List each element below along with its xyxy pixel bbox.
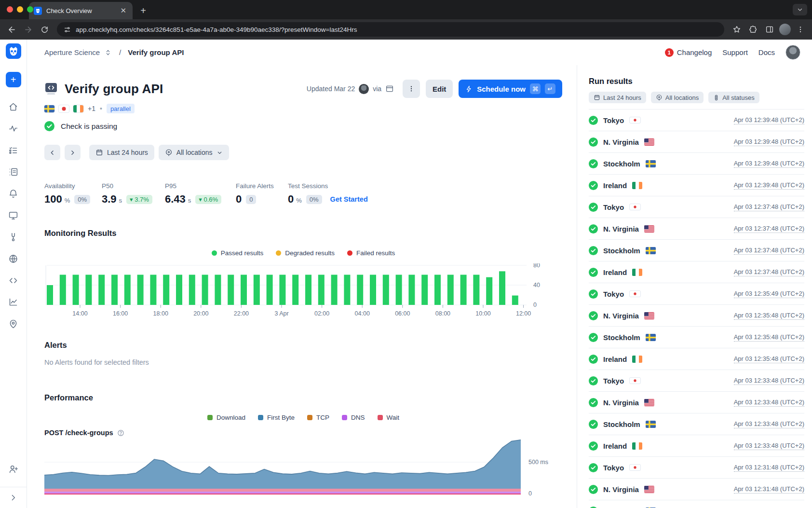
user-avatar[interactable] [785, 45, 800, 60]
run-result-row[interactable]: Stockholm Apr 03 12:33:48 (UTC+2) [589, 413, 804, 435]
reload-icon[interactable] [38, 23, 51, 36]
run-timestamp[interactable]: Apr 03 12:39:48 (UTC+2) [734, 181, 804, 190]
browser-tab[interactable]: Check Overview ✕ [29, 2, 133, 19]
run-timestamp[interactable]: Apr 03 12:31:48 (UTC+2) [734, 485, 804, 494]
collapse-sidebar-button[interactable] [0, 487, 27, 508]
private-locations-globe-icon[interactable] [8, 253, 19, 265]
browser-profile-avatar[interactable] [779, 24, 791, 35]
run-timestamp[interactable]: Apr 03 12:37:48 (UTC+2) [734, 268, 804, 276]
analytics-icon[interactable] [8, 297, 19, 308]
alerts-bell-icon[interactable] [8, 188, 19, 200]
run-result-row[interactable]: Stockholm Apr 03 12:35:48 (UTC+2) [589, 326, 804, 348]
locations-filter[interactable]: All locations [159, 145, 229, 160]
run-result-row[interactable]: N. Virginia Apr 03 12:35:48 (UTC+2) [589, 304, 804, 326]
ie-flag-icon [632, 356, 642, 363]
get-started-link[interactable]: Get Started [330, 195, 368, 203]
bookmark-star-icon[interactable] [730, 23, 744, 36]
time-range-filter[interactable]: Last 24 hours [89, 145, 154, 160]
run-timestamp[interactable]: Apr 03 12:31:48 (UTC+2) [734, 464, 804, 472]
breadcrumb-account[interactable]: Aperture Science [44, 48, 100, 56]
support-link[interactable]: Support [722, 48, 748, 56]
run-result-row[interactable]: N. Virginia Apr 03 12:31:48 (UTC+2) [589, 478, 804, 500]
url-bar[interactable]: app.checklyhq.com/checks/3264c851-e5ae-4… [57, 22, 724, 37]
run-timestamp[interactable]: Apr 03 12:39:48 (UTC+2) [734, 138, 804, 146]
browser-toolbar: app.checklyhq.com/checks/3264c851-e5ae-4… [0, 19, 812, 40]
site-settings-icon[interactable] [64, 26, 71, 33]
minimize-window-icon[interactable] [17, 6, 23, 13]
maximize-window-icon[interactable] [27, 6, 33, 13]
jp-flag-icon [632, 465, 638, 470]
invite-user-icon[interactable] [8, 464, 19, 475]
side-panel-icon[interactable] [763, 23, 776, 36]
run-timestamp[interactable]: Apr 03 12:39:48 (UTC+2) [734, 116, 804, 124]
run-result-row[interactable]: Ireland Apr 03 12:33:48 (UTC+2) [589, 435, 804, 456]
tab-close-icon[interactable]: ✕ [119, 6, 128, 15]
prev-window-button[interactable] [44, 145, 60, 160]
run-result-row[interactable]: Ireland Apr 03 12:35:48 (UTC+2) [589, 348, 804, 370]
runs-statuses-chip[interactable]: All statuses [708, 92, 759, 103]
browser-checks-icon[interactable] [8, 210, 19, 221]
run-location: Tokyo [603, 377, 624, 385]
forward-icon[interactable] [21, 23, 35, 36]
run-timestamp[interactable]: Apr 03 12:37:48 (UTC+2) [734, 225, 804, 233]
home-icon[interactable] [8, 101, 19, 113]
run-timestamp[interactable]: Apr 03 12:35:48 (UTC+2) [734, 355, 804, 363]
run-result-row[interactable]: Tokyo Apr 03 12:35:49 (UTC+2) [589, 283, 804, 304]
close-window-icon[interactable] [7, 6, 13, 13]
run-result-row[interactable]: Stockholm Apr 03 12:39:48 (UTC+2) [589, 152, 804, 174]
account-switcher-icon[interactable] [104, 48, 112, 57]
help-icon[interactable] [117, 429, 124, 437]
run-result-row[interactable]: Tokyo Apr 03 12:39:48 (UTC+2) [589, 109, 804, 131]
runs-time-chip[interactable]: Last 24 hours [589, 92, 646, 103]
activity-icon[interactable] [8, 123, 19, 135]
locations-pin-icon[interactable] [8, 318, 19, 330]
updated-info: Updated Mar 22 via [307, 84, 394, 94]
back-icon[interactable] [5, 23, 18, 36]
run-timestamp[interactable]: Apr 03 12:33:48 (UTC+2) [734, 442, 804, 450]
svg-text:3 Apr: 3 Apr [274, 310, 288, 317]
run-timestamp[interactable]: Apr 03 12:33:48 (UTC+2) [734, 420, 804, 428]
tab-search-button[interactable] [793, 4, 807, 15]
docs-link[interactable]: Docs [758, 48, 775, 56]
create-new-button[interactable]: + [6, 72, 21, 87]
run-timestamp[interactable]: Apr 03 12:39:48 (UTC+2) [734, 160, 804, 168]
next-window-button[interactable] [65, 145, 81, 160]
performance-chart[interactable]: 500 ms0 [44, 439, 549, 498]
run-result-row[interactable]: Ireland Apr 03 12:39:48 (UTC+2) [589, 174, 804, 196]
run-result-row[interactable]: N. Virginia Apr 03 12:33:48 (UTC+2) [589, 391, 804, 413]
dashboards-icon[interactable] [8, 166, 19, 178]
run-result-row[interactable]: Stockholm Apr 03 12:37:48 (UTC+2) [589, 239, 804, 261]
run-result-row[interactable]: Tokyo Apr 03 12:31:48 (UTC+2) [589, 456, 804, 478]
run-timestamp[interactable]: Apr 03 12:33:48 (UTC+2) [734, 377, 804, 385]
stat-label: P95 [165, 182, 236, 190]
run-result-row[interactable]: N. Virginia Apr 03 12:37:48 (UTC+2) [589, 218, 804, 239]
svg-text:10:00: 10:00 [475, 310, 490, 317]
checkly-logo-icon[interactable] [6, 43, 21, 59]
run-result-row[interactable]: Tokyo Apr 03 12:37:48 (UTC+2) [589, 196, 804, 218]
run-timestamp[interactable]: Apr 03 12:37:48 (UTC+2) [734, 203, 804, 211]
monitoring-results-chart[interactable]: 8040014:0016:0018:0020:0022:003 Apr02:00… [44, 263, 549, 319]
run-timestamp[interactable]: Apr 03 12:35:48 (UTC+2) [734, 333, 804, 342]
window-controls[interactable] [7, 6, 33, 13]
stat-label: Test Sessions [288, 182, 368, 190]
runs-locations-chip[interactable]: All locations [651, 92, 704, 103]
maintenance-icon[interactable] [8, 232, 19, 243]
changelog-link[interactable]: 1 Changelog [665, 48, 712, 57]
run-timestamp[interactable]: Apr 03 12:33:48 (UTC+2) [734, 398, 804, 407]
more-actions-button[interactable] [403, 80, 420, 98]
run-timestamp[interactable]: Apr 03 12:35:48 (UTC+2) [734, 312, 804, 320]
browser-menu-icon[interactable] [794, 23, 807, 36]
code-snippets-icon[interactable] [8, 275, 19, 287]
run-result-row[interactable]: N. Virginia Apr 03 12:39:48 (UTC+2) [589, 131, 804, 152]
run-result-row[interactable]: Ireland Apr 03 12:37:48 (UTC+2) [589, 261, 804, 283]
schedule-now-button[interactable]: Schedule now ⌘ ↵ [459, 80, 562, 98]
legend-swatch-icon [276, 250, 281, 256]
run-timestamp[interactable]: Apr 03 12:35:49 (UTC+2) [734, 290, 804, 298]
run-result-row[interactable]: Tokyo Apr 03 12:33:48 (UTC+2) [589, 370, 804, 391]
extensions-icon[interactable] [746, 23, 760, 36]
checks-list-icon[interactable] [8, 145, 19, 156]
new-tab-button[interactable]: + [136, 4, 150, 17]
run-timestamp[interactable]: Apr 03 12:37:48 (UTC+2) [734, 247, 804, 255]
run-result-row[interactable]: Stockholm Apr 03 12:31:48 (UTC+2) [589, 500, 804, 508]
edit-button[interactable]: Edit [426, 80, 453, 98]
